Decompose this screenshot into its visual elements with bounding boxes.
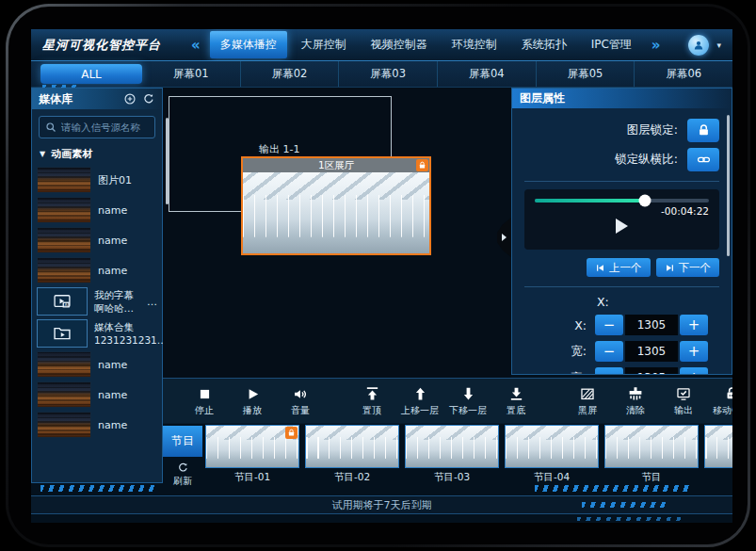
aspect-ratio-lock-button[interactable]: [687, 148, 719, 171]
arrow-down-icon: [460, 385, 476, 402]
previous-button[interactable]: 上一个: [587, 258, 651, 277]
program-thumb[interactable]: 节目-04: [505, 425, 599, 488]
x-value[interactable]: 1305: [625, 315, 678, 335]
tab-screen-02[interactable]: 屏幕02: [240, 61, 339, 87]
media-item[interactable]: 图片01: [32, 165, 162, 195]
x-increase-button[interactable]: +: [680, 315, 708, 335]
tab-programs[interactable]: 节目: [163, 426, 202, 457]
stop-button[interactable]: 停止: [184, 385, 225, 417]
search-input[interactable]: [61, 122, 149, 133]
tab-screen-03[interactable]: 屏幕03: [338, 61, 437, 87]
play-button-toolbar[interactable]: 播放: [232, 385, 273, 417]
x-decrease-button[interactable]: −: [595, 315, 623, 335]
media-library-title: 媒体库: [39, 91, 118, 107]
output-button[interactable]: 输出: [663, 385, 704, 417]
media-item-label: name: [98, 204, 127, 217]
move-lock-button[interactable]: 移动锁定: [711, 385, 732, 417]
app-screen: 星河可视化智控平台 « 多媒体播控 大屏控制 视频控制器 环境控制 系统拓扑 I…: [31, 29, 732, 523]
nav-collapse-right-icon[interactable]: »: [650, 37, 663, 54]
media-item[interactable]: name: [32, 255, 162, 285]
program-thumb[interactable]: 节目-03: [405, 425, 499, 488]
panel-scrollbar[interactable]: [727, 115, 730, 256]
bring-to-front-button[interactable]: 置顶: [351, 385, 393, 417]
media-item[interactable]: name: [32, 380, 162, 410]
more-options-icon[interactable]: …: [147, 296, 157, 308]
program-list: 节目-01 节目-02 节目-03 节目-04 节目: [202, 424, 732, 488]
tab-multimedia-playback[interactable]: 多媒体播控: [210, 31, 287, 58]
media-item[interactable]: name: [32, 195, 162, 225]
height-increase-button[interactable]: +: [680, 367, 708, 375]
layer-lock-button[interactable]: [687, 119, 719, 142]
divider: [524, 181, 719, 182]
video-layer[interactable]: 1区展厅: [241, 156, 431, 255]
media-item-label: 图片01: [98, 173, 132, 187]
height-value[interactable]: 1305: [625, 367, 678, 375]
tab-ipc-management[interactable]: IPC管理: [581, 31, 642, 58]
program-thumb[interactable]: 节目-02: [305, 425, 399, 488]
media-item-label: 我的字幕 啊哈哈…: [94, 288, 140, 315]
width-decrease-button[interactable]: −: [595, 341, 623, 362]
clear-button[interactable]: 清除: [615, 385, 656, 417]
media-collection-icon: [37, 319, 88, 348]
media-item-label: name: [98, 389, 127, 401]
play-button[interactable]: [535, 219, 709, 234]
media-item[interactable]: name: [32, 410, 162, 440]
group-label: 动画素材: [51, 147, 92, 161]
group-collapse-icon[interactable]: ▼: [40, 150, 45, 158]
avatar[interactable]: [688, 35, 709, 56]
width-label: 宽:: [571, 344, 587, 360]
program-thumb-partial[interactable]: [704, 425, 732, 488]
chevron-right-icon: [502, 234, 507, 241]
playback-slider[interactable]: [535, 199, 709, 203]
user-menu-caret-icon[interactable]: ▾: [716, 41, 721, 50]
nav-collapse-left-icon[interactable]: «: [189, 37, 202, 54]
volume-button[interactable]: 音量: [280, 385, 321, 417]
video-layer-header[interactable]: 1区展厅: [243, 158, 429, 172]
tab-all-screens[interactable]: ALL: [40, 64, 142, 84]
add-media-icon[interactable]: [123, 92, 137, 105]
tab-big-screen-control[interactable]: 大屏控制: [291, 31, 357, 58]
program-thumb[interactable]: 节目: [604, 425, 699, 488]
video-layer-title: 1区展厅: [318, 159, 354, 172]
move-down-layer-button[interactable]: 下移一层: [447, 385, 489, 417]
tablet-bezel: 星河可视化智控平台 « 多媒体播控 大屏控制 视频控制器 环境控制 系统拓扑 I…: [8, 7, 748, 544]
tab-video-controller[interactable]: 视频控制器: [361, 31, 438, 58]
layer-lock-label: 图层锁定:: [627, 122, 678, 138]
width-stepper-row: 宽: − 1305 +: [512, 341, 732, 362]
tab-screen-05[interactable]: 屏幕05: [536, 61, 635, 87]
tab-screen-01[interactable]: 屏幕01: [142, 61, 240, 87]
media-thumbnail: [37, 412, 91, 438]
media-item[interactable]: name: [32, 349, 162, 380]
tab-screen-06[interactable]: 屏幕06: [634, 61, 732, 87]
media-item[interactable]: name: [32, 225, 162, 255]
media-item-subtitle[interactable]: A 我的字幕 啊哈哈… …: [32, 285, 162, 317]
playback-slider-thumb[interactable]: [638, 195, 651, 207]
playback-progress: [535, 199, 645, 203]
program-preview: [604, 425, 699, 468]
send-to-back-button[interactable]: 置底: [495, 385, 537, 417]
program-preview: [305, 425, 399, 468]
panel-collapse-handle[interactable]: [497, 218, 511, 257]
tab-system-topology[interactable]: 系统拓扑: [511, 31, 577, 58]
refresh-media-icon[interactable]: [142, 92, 155, 105]
skip-next-icon: [665, 263, 675, 273]
width-increase-button[interactable]: +: [680, 341, 708, 362]
black-screen-button[interactable]: 黑屏: [567, 385, 608, 417]
media-group-animation[interactable]: ▼ 动画素材: [32, 143, 162, 165]
tab-screen-04[interactable]: 屏幕04: [437, 61, 536, 87]
hazard-stripe-decor: [535, 485, 690, 492]
media-item-collection[interactable]: 媒体合集 1231231231…: [32, 317, 162, 349]
canvas-area[interactable]: 输出 1-1 1区展厅: [163, 88, 511, 378]
tab-environment-control[interactable]: 环境控制: [442, 31, 507, 58]
hazard-stripe-decor: [582, 502, 668, 508]
media-library-panel: 媒体库 ▼ 动画素材 图片01 name name: [31, 88, 163, 483]
height-decrease-button[interactable]: −: [595, 367, 623, 375]
media-search-box[interactable]: [39, 116, 155, 138]
width-value[interactable]: 1305: [625, 341, 678, 362]
move-up-layer-button[interactable]: 上移一层: [399, 385, 441, 417]
prev-next-row: 上一个 下一个: [524, 258, 719, 277]
refresh-programs-button[interactable]: 刷新: [173, 462, 192, 488]
next-button[interactable]: 下一个: [656, 258, 720, 277]
program-thumb[interactable]: 节目-01: [205, 425, 299, 488]
link-icon: [696, 153, 712, 167]
